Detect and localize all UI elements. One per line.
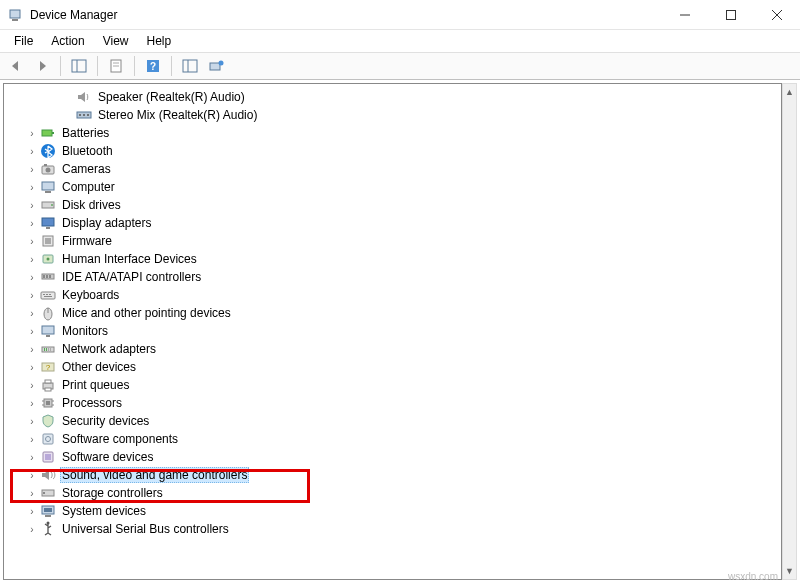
menu-action[interactable]: Action [43, 32, 92, 50]
expand-arrow-icon[interactable]: › [26, 434, 38, 445]
tree-item-firmware[interactable]: ›Firmware [4, 232, 781, 250]
properties-button[interactable] [104, 55, 128, 77]
tree-item-network[interactable]: ›Network adapters [4, 340, 781, 358]
tree-item-sound[interactable]: ›Sound, video and game controllers [4, 466, 781, 484]
tree-item-computer[interactable]: ›Computer [4, 178, 781, 196]
tree-item-label: Monitors [60, 323, 110, 339]
camera-icon [40, 161, 56, 177]
svg-rect-73 [44, 508, 52, 512]
expand-arrow-icon[interactable]: › [26, 290, 38, 301]
scan-hardware-button[interactable] [204, 55, 228, 77]
svg-rect-61 [46, 401, 50, 405]
expand-arrow-icon[interactable]: › [26, 200, 38, 211]
expand-arrow-icon[interactable]: › [26, 506, 38, 517]
svg-rect-74 [45, 515, 51, 517]
expand-arrow-icon[interactable]: › [26, 416, 38, 427]
expand-arrow-icon[interactable]: › [26, 524, 38, 535]
forward-button[interactable] [30, 55, 54, 77]
minimize-button[interactable] [662, 0, 708, 30]
tree-item-label: Other devices [60, 359, 138, 375]
expand-arrow-icon[interactable]: › [26, 236, 38, 247]
expand-arrow-icon[interactable]: › [26, 326, 38, 337]
stereomix-icon [76, 107, 92, 123]
expand-arrow-icon[interactable]: › [26, 218, 38, 229]
scroll-up-icon[interactable]: ▲ [783, 84, 796, 100]
security-icon [40, 413, 56, 429]
menu-file[interactable]: File [6, 32, 41, 50]
tree-item-battery[interactable]: ›Batteries [4, 124, 781, 142]
tree-item-softdev[interactable]: ›Software devices [4, 448, 781, 466]
mouse-icon [40, 305, 56, 321]
tree-item-label: Universal Serial Bus controllers [60, 521, 231, 537]
tree-item-other[interactable]: ›?Other devices [4, 358, 781, 376]
expand-arrow-icon[interactable]: › [26, 488, 38, 499]
svg-rect-51 [44, 348, 45, 351]
scan-button[interactable] [178, 55, 202, 77]
device-tree[interactable]: Speaker (Realtek(R) Audio)Stereo Mix (Re… [4, 84, 781, 579]
svg-rect-49 [46, 335, 50, 337]
expand-arrow-icon[interactable]: › [26, 308, 38, 319]
expand-arrow-icon[interactable]: › [26, 398, 38, 409]
scroll-down-icon[interactable]: ▼ [783, 563, 796, 579]
svg-point-75 [47, 522, 50, 525]
expand-arrow-icon[interactable]: › [26, 362, 38, 373]
tree-item-security[interactable]: ›Security devices [4, 412, 781, 430]
svg-rect-21 [42, 130, 52, 136]
expand-arrow-icon[interactable]: › [26, 452, 38, 463]
tree-item-label: Stereo Mix (Realtek(R) Audio) [96, 107, 259, 123]
expand-arrow-icon[interactable]: › [26, 470, 38, 481]
back-button[interactable] [4, 55, 28, 77]
usb-icon [40, 521, 56, 537]
tree-item-cpu[interactable]: ›Processors [4, 394, 781, 412]
tree-item-hid[interactable]: ›Human Interface Devices [4, 250, 781, 268]
help-button[interactable]: ? [141, 55, 165, 77]
tree-item-label: Keyboards [60, 287, 121, 303]
tree-item-ide[interactable]: ›IDE ATA/ATAPI controllers [4, 268, 781, 286]
bluetooth-icon [40, 143, 56, 159]
tree-item-camera[interactable]: ›Cameras [4, 160, 781, 178]
tree-item-storage[interactable]: ›Storage controllers [4, 484, 781, 502]
tree-item-speaker[interactable]: Speaker (Realtek(R) Audio) [4, 88, 781, 106]
expand-arrow-icon[interactable]: › [26, 146, 38, 157]
tree-item-bluetooth[interactable]: ›Bluetooth [4, 142, 781, 160]
menu-help[interactable]: Help [139, 32, 180, 50]
firmware-icon [40, 233, 56, 249]
tree-item-usb[interactable]: ›Universal Serial Bus controllers [4, 520, 781, 538]
disk-icon [40, 197, 56, 213]
printer-icon [40, 377, 56, 393]
expand-arrow-icon[interactable]: › [26, 182, 38, 193]
menu-view[interactable]: View [95, 32, 137, 50]
tree-item-disk[interactable]: ›Disk drives [4, 196, 781, 214]
tree-item-display[interactable]: ›Display adapters [4, 214, 781, 232]
maximize-button[interactable] [708, 0, 754, 30]
tree-item-keyboard[interactable]: ›Keyboards [4, 286, 781, 304]
tree-item-softcomp[interactable]: ›Software components [4, 430, 781, 448]
svg-rect-27 [42, 182, 54, 190]
tree-item-monitor[interactable]: ›Monitors [4, 322, 781, 340]
expand-arrow-icon[interactable]: › [26, 272, 38, 283]
expand-arrow-icon[interactable]: › [26, 254, 38, 265]
svg-text:?: ? [150, 61, 156, 72]
speaker-icon [76, 89, 92, 105]
network-icon [40, 341, 56, 357]
toolbar: ? [0, 52, 800, 80]
menubar: File Action View Help [0, 30, 800, 52]
expand-arrow-icon[interactable]: › [26, 344, 38, 355]
tree-item-mouse[interactable]: ›Mice and other pointing devices [4, 304, 781, 322]
tree-item-stereomix[interactable]: Stereo Mix (Realtek(R) Audio) [4, 106, 781, 124]
toolbar-separator [97, 56, 98, 76]
expand-arrow-icon[interactable]: › [26, 164, 38, 175]
svg-rect-45 [44, 296, 52, 297]
show-hide-tree-button[interactable] [67, 55, 91, 77]
close-button[interactable] [754, 0, 800, 30]
svg-rect-32 [46, 227, 50, 229]
vertical-scrollbar[interactable]: ▲ ▼ [782, 83, 797, 580]
tree-item-printer[interactable]: ›Print queues [4, 376, 781, 394]
tree-item-system[interactable]: ›System devices [4, 502, 781, 520]
monitor-icon [40, 323, 56, 339]
tree-item-label: Sound, video and game controllers [60, 467, 249, 483]
expand-arrow-icon[interactable]: › [26, 380, 38, 391]
app-icon [8, 7, 24, 23]
svg-rect-66 [43, 434, 53, 444]
expand-arrow-icon[interactable]: › [26, 128, 38, 139]
